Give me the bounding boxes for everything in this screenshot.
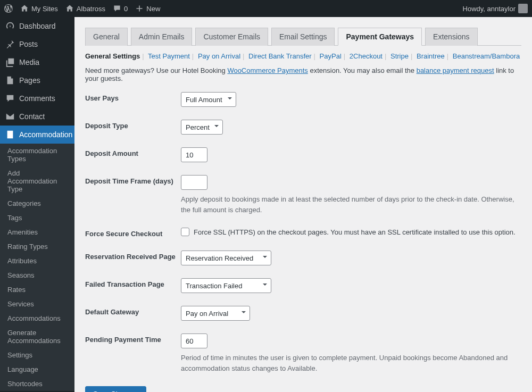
- sub-item[interactable]: Seasons: [0, 268, 74, 282]
- page-icon: [5, 76, 15, 85]
- howdy-link[interactable]: Howdy, anntaylor: [463, 4, 528, 13]
- site-link[interactable]: Albatross: [65, 4, 105, 13]
- reservation-page-label: Reservation Received Page: [85, 251, 181, 261]
- sidebar-pages[interactable]: Pages: [0, 71, 74, 89]
- sub-item[interactable]: Shortcodes: [0, 377, 74, 391]
- subnav: General Settings| Test Payment| Pay on A…: [85, 46, 521, 66]
- pending-time-help: Period of time in minutes the user is gi…: [181, 353, 521, 373]
- subnav-braintree[interactable]: Braintree: [417, 52, 445, 60]
- comment-icon: [113, 4, 121, 13]
- home-icon: [65, 4, 74, 13]
- tab-email-settings[interactable]: Email Settings: [271, 28, 335, 46]
- force-secure-checkbox[interactable]: [181, 228, 189, 236]
- tab-customer-emails[interactable]: Customer Emails: [195, 28, 268, 46]
- subnav-paypal[interactable]: PayPal: [320, 52, 342, 60]
- admin-bar: My Sites Albatross 0 New Howdy, anntaylo…: [0, 0, 532, 17]
- user-pays-label: User Pays: [85, 92, 181, 102]
- new-link[interactable]: New: [135, 4, 160, 13]
- plus-icon: [135, 4, 144, 13]
- deposit-type-select[interactable]: Percent: [181, 120, 223, 135]
- pending-time-input[interactable]: [181, 333, 207, 348]
- tab-general[interactable]: General: [85, 28, 128, 46]
- sub-item[interactable]: Rates: [0, 282, 74, 297]
- sub-item[interactable]: Generate Accommodations: [0, 326, 74, 348]
- woocommerce-link[interactable]: WooCommerce Payments: [227, 66, 307, 74]
- subnav-general-settings[interactable]: General Settings: [85, 52, 140, 60]
- subnav-beanstream[interactable]: Beanstream/Bambora: [453, 52, 520, 60]
- tab-admin-emails[interactable]: Admin Emails: [131, 28, 193, 46]
- deposit-amount-label: Deposit Amount: [85, 147, 181, 157]
- sub-item[interactable]: Accommodation Types: [0, 144, 74, 166]
- envelope-icon: [5, 112, 15, 121]
- deposit-timeframe-input[interactable]: [181, 175, 207, 190]
- deposit-timeframe-help: Apply deposit to bookings made in at lea…: [181, 194, 521, 215]
- wp-logo[interactable]: [4, 4, 13, 13]
- admin-sidebar: Dashboard Posts Media Pages Comments Con…: [0, 17, 74, 392]
- sub-item[interactable]: Tags: [0, 211, 74, 225]
- sub-item[interactable]: Attributes: [0, 254, 74, 268]
- subnav-test-payment[interactable]: Test Payment: [148, 52, 190, 60]
- sub-item[interactable]: Services: [0, 297, 74, 311]
- nav-tabs: General Admin Emails Customer Emails Ema…: [85, 28, 521, 46]
- pin-icon: [5, 39, 15, 49]
- sidebar-comments[interactable]: Comments: [0, 89, 74, 107]
- dashboard-icon: [5, 21, 15, 31]
- failed-page-select[interactable]: Transaction Failed: [181, 278, 271, 293]
- tab-extensions[interactable]: Extensions: [425, 28, 477, 46]
- media-icon: [5, 57, 15, 67]
- default-gateway-label: Default Gateway: [85, 306, 181, 316]
- sidebar-accommodation[interactable]: Accommodation: [0, 126, 74, 144]
- tab-payment-gateways[interactable]: Payment Gateways: [338, 28, 422, 46]
- save-button[interactable]: Save Changes: [85, 386, 146, 392]
- force-secure-text: Force SSL (HTTPS) on the checkout pages.…: [194, 228, 516, 236]
- sub-item[interactable]: Categories: [0, 196, 74, 211]
- force-secure-label: Force Secure Checkout: [85, 228, 181, 238]
- comment-icon: [5, 94, 15, 103]
- sub-item[interactable]: Amenities: [0, 225, 74, 239]
- deposit-timeframe-label: Deposit Time Frame (days): [85, 175, 181, 185]
- sub-item[interactable]: Accommodations: [0, 311, 74, 326]
- sidebar-dashboard[interactable]: Dashboard: [0, 17, 74, 35]
- comments-link[interactable]: 0: [113, 4, 128, 13]
- home-icon: [20, 4, 29, 13]
- sub-item[interactable]: Rating Types: [0, 239, 74, 254]
- failed-page-label: Failed Transaction Page: [85, 278, 181, 288]
- user-pays-select[interactable]: Full Amount: [181, 92, 236, 107]
- subnav-pay-on-arrival[interactable]: Pay on Arrival: [198, 52, 240, 60]
- pending-time-label: Pending Payment Time: [85, 333, 181, 344]
- deposit-amount-input[interactable]: [181, 147, 207, 162]
- sidebar-submenu: Accommodation Types Add Accommodation Ty…: [0, 144, 74, 391]
- reservation-page-select[interactable]: Reservation Received: [181, 251, 271, 265]
- sidebar-posts[interactable]: Posts: [0, 35, 74, 53]
- balance-payment-link[interactable]: balance payment request: [417, 66, 494, 74]
- avatar: [518, 4, 528, 13]
- subnav-2checkout[interactable]: 2Checkout: [350, 52, 383, 60]
- sub-item[interactable]: Add Accommodation Type: [0, 166, 74, 196]
- sub-item[interactable]: Language: [0, 362, 74, 377]
- building-icon: [5, 130, 15, 139]
- notice: Need more gateways? Use our Hotel Bookin…: [85, 66, 521, 92]
- content-area: General Admin Emails Customer Emails Ema…: [74, 17, 532, 392]
- subnav-direct-bank[interactable]: Direct Bank Transfer: [248, 52, 312, 60]
- wordpress-icon: [4, 4, 13, 13]
- default-gateway-select[interactable]: Pay on Arrival: [181, 306, 250, 321]
- sub-item[interactable]: Settings: [0, 348, 74, 362]
- my-sites-link[interactable]: My Sites: [20, 4, 58, 13]
- deposit-type-label: Deposit Type: [85, 120, 181, 130]
- sidebar-media[interactable]: Media: [0, 53, 74, 71]
- subnav-stripe[interactable]: Stripe: [390, 52, 409, 60]
- sidebar-contact[interactable]: Contact: [0, 107, 74, 126]
